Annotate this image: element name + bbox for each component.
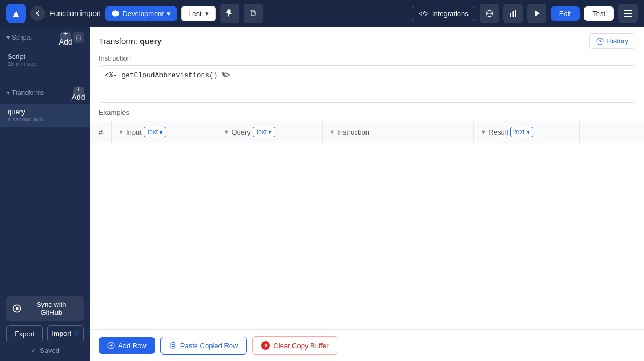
app-logo: ▲ [6, 4, 26, 23]
result-filter-icon: ▼ [480, 129, 486, 135]
svg-point-12 [16, 307, 19, 310]
svg-rect-5 [512, 11, 514, 17]
sidebar: ▾ Scripts + Add ⊟ Script 18 min ago ▾ Tr… [0, 27, 90, 361]
instruction-filter-icon: ▼ [329, 129, 335, 135]
svg-rect-4 [510, 13, 511, 17]
last-chevron-icon: ▾ [205, 10, 209, 18]
instruction-label: Instruction [90, 49, 644, 65]
pin-button[interactable] [220, 4, 239, 23]
svg-rect-10 [624, 16, 632, 17]
import-info-icon: ⓘ [74, 330, 79, 337]
scripts-section-header: ▾ Scripts + Add ⊟ [0, 27, 90, 48]
svg-rect-0 [251, 11, 255, 16]
svg-rect-19 [172, 346, 174, 347]
x-circle-icon: ✕ [261, 341, 270, 350]
result-type-select[interactable]: text ▾ [510, 127, 533, 137]
test-button[interactable]: Test [584, 6, 614, 21]
content-area: Transform: query History Instruction <%-… [90, 27, 644, 361]
query-type-select[interactable]: text ▾ [253, 127, 275, 137]
play-button[interactable] [527, 4, 546, 23]
clear-copy-buffer-button[interactable]: ✕ Clear Copy Buffer [252, 336, 338, 355]
env-chevron-icon: ▾ [167, 10, 171, 18]
sidebar-item-query[interactable]: query a second ago [0, 104, 90, 127]
environment-button[interactable]: Development ▾ [105, 6, 177, 21]
input-type-select[interactable]: text ▾ [144, 127, 166, 137]
examples-table: # ▼ Input text ▾ ▼ Query te [90, 121, 644, 329]
svg-rect-17 [171, 343, 175, 348]
add-transform-button[interactable]: + Add [73, 87, 84, 98]
query-type-chevron: ▾ [268, 128, 272, 136]
sidebar-bottom: Sync with GitHub Export Import ⓘ ✓ Saved [0, 290, 90, 361]
scripts-collapse-icon: ▾ [6, 34, 10, 41]
svg-marker-7 [535, 10, 540, 17]
back-button[interactable] [30, 6, 45, 21]
th-input: ▼ Input text ▾ [112, 121, 217, 143]
instruction-textarea[interactable]: <%- getCloudAbbreviations() %> [99, 65, 635, 103]
th-instruction: ▼ Instruction [323, 121, 474, 143]
export-button[interactable]: Export [6, 325, 43, 342]
svg-rect-9 [624, 13, 632, 14]
th-extra [580, 121, 644, 143]
scripts-label: Scripts [12, 34, 32, 41]
check-icon: ✓ [31, 347, 36, 355]
paste-copied-row-button[interactable]: Paste Copied Row [160, 337, 247, 355]
add-row-button[interactable]: Add Row [99, 337, 155, 354]
last-dropdown-button[interactable]: Last ▾ [181, 6, 216, 21]
th-num: # [90, 121, 112, 143]
globe-button[interactable] [480, 4, 499, 23]
chart-button[interactable] [503, 4, 523, 23]
table-header: # ▼ Input text ▾ ▼ Query te [90, 121, 644, 143]
svg-rect-8 [624, 10, 632, 11]
transforms-section-header: ▾ Transforms + Add [0, 82, 90, 104]
breadcrumb-title: Function import [49, 9, 101, 18]
export-import-actions: Export Import ⓘ [6, 325, 84, 342]
saved-indicator: ✓ Saved [6, 347, 84, 355]
import-button[interactable]: Import ⓘ [47, 325, 84, 342]
sidebar-item-script[interactable]: Script 18 min ago [0, 48, 90, 71]
copy-button[interactable] [244, 4, 263, 23]
transforms-collapse-icon: ▾ [6, 89, 10, 97]
add-script-button[interactable]: + Add [60, 32, 71, 43]
scripts-collapse-button[interactable]: ⊟ [73, 32, 84, 43]
input-type-chevron: ▾ [159, 128, 163, 136]
transform-title: Transform: query [99, 36, 162, 46]
input-filter-icon: ▼ [118, 129, 124, 135]
examples-label: Examples [90, 103, 644, 121]
menu-button[interactable] [618, 4, 638, 23]
integrations-button[interactable]: </> Integrations [412, 6, 475, 21]
query-filter-icon: ▼ [224, 129, 230, 135]
bottom-bar: Add Row Paste Copied Row ✕ Clear Copy Bu… [90, 329, 644, 361]
history-button[interactable]: History [589, 33, 635, 49]
sync-github-button[interactable]: Sync with GitHub [6, 296, 84, 321]
result-type-chevron: ▾ [526, 128, 530, 136]
transforms-label: Transforms [12, 89, 44, 97]
svg-rect-18 [172, 344, 174, 345]
th-result: ▼ Result text ▾ [474, 121, 580, 143]
edit-button[interactable]: Edit [551, 6, 580, 21]
content-header: Transform: query History [90, 27, 644, 49]
svg-rect-6 [515, 10, 516, 17]
code-icon: </> [419, 10, 429, 18]
th-query: ▼ Query text ▾ [217, 121, 323, 143]
